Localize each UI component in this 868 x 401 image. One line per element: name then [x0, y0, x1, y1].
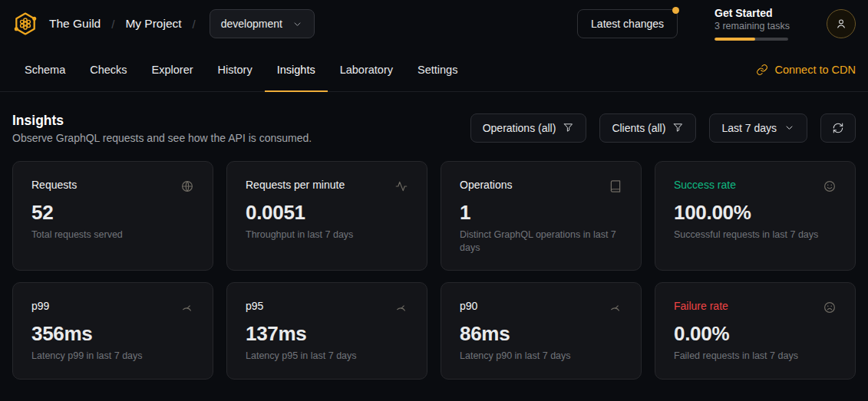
stat-card-operations: Operations 1 Distinct GraphQL operations… — [441, 161, 642, 271]
smile-icon — [823, 179, 837, 193]
latest-changes-label: Latest changes — [591, 18, 664, 30]
breadcrumb-separator: / — [111, 18, 114, 31]
target-selector[interactable]: development — [210, 9, 315, 38]
tab-insights[interactable]: Insights — [265, 48, 328, 91]
tab-label: Schema — [25, 64, 65, 76]
breadcrumb-org[interactable]: The Guild — [49, 17, 101, 31]
connect-to-cdn-label: Connect to CDN — [774, 64, 856, 76]
get-started-progress-track — [715, 38, 788, 41]
card-value: 0.00% — [674, 323, 837, 346]
card-subtitle: Latency p90 in last 7 days — [460, 350, 622, 363]
get-started-widget[interactable]: Get Started 3 remaining tasks — [715, 7, 790, 41]
card-title: Failure rate — [674, 300, 728, 312]
link-icon — [756, 64, 768, 76]
tab-checks[interactable]: Checks — [78, 48, 139, 91]
page-header-row: Insights Observe GraphQL requests and se… — [12, 112, 856, 144]
card-title: Operations — [460, 179, 512, 191]
insights-page: Insights Observe GraphQL requests and se… — [0, 92, 868, 380]
target-selector-value: development — [221, 18, 282, 30]
guild-hive-logo-icon[interactable] — [12, 11, 38, 37]
get-started-title: Get Started — [715, 7, 790, 21]
tab-label: Settings — [417, 64, 457, 76]
page-subtitle: Observe GraphQL requests and see how the… — [12, 132, 312, 144]
app-window: The Guild / My Project / development Lat… — [0, 0, 868, 401]
get-started-progress-fill — [715, 38, 755, 41]
card-subtitle: Failed requests in last 7 days — [674, 350, 837, 363]
clients-filter-label: Clients (all) — [612, 122, 665, 134]
card-title: Success rate — [674, 179, 736, 191]
stat-card-failure-rate: Failure rate 0.00% Failed requests in la… — [655, 282, 856, 380]
user-avatar-button[interactable] — [827, 9, 856, 38]
card-title: p99 — [31, 300, 49, 312]
card-value: 356ms — [31, 323, 194, 346]
operations-filter-button[interactable]: Operations (all) — [470, 113, 587, 143]
card-value: 100.00% — [674, 202, 837, 225]
stat-card-p95: p95 137ms Latency p95 in last 7 days — [226, 282, 427, 380]
card-subtitle: Total requests served — [31, 228, 194, 242]
filters-toolbar: Operations (all) Clients (all) Last 7 da… — [470, 113, 856, 143]
notification-dot — [672, 7, 679, 14]
refresh-button[interactable] — [820, 113, 856, 143]
frown-icon — [823, 301, 837, 314]
top-header: The Guild / My Project / development Lat… — [0, 0, 868, 48]
card-value: 52 — [31, 202, 194, 225]
period-select-button[interactable]: Last 7 days — [709, 113, 807, 143]
tab-label: History — [218, 64, 252, 76]
stat-card-success-rate: Success rate 100.00% Successful requests… — [655, 161, 856, 271]
card-title: Requests per minute — [246, 179, 345, 191]
card-subtitle: Distinct GraphQL operations in last 7 da… — [460, 228, 622, 255]
period-select-label: Last 7 days — [721, 122, 777, 134]
activity-icon — [394, 179, 408, 193]
card-value: 0.0051 — [246, 202, 408, 225]
user-icon — [835, 18, 847, 30]
stat-card-requests-per-minute: Requests per minute 0.0051 Throughput in… — [226, 161, 427, 271]
tab-history[interactable]: History — [206, 48, 265, 91]
clients-filter-button[interactable]: Clients (all) — [599, 113, 696, 143]
book-icon — [609, 179, 622, 193]
filter-icon — [672, 122, 684, 133]
project-nav: Schema Checks Explorer History Insights … — [0, 48, 868, 92]
chevron-down-icon — [292, 18, 303, 30]
breadcrumb: The Guild / My Project / development — [12, 9, 315, 38]
page-title: Insights — [12, 112, 312, 130]
card-subtitle: Latency p99 in last 7 days — [31, 350, 194, 363]
card-value: 137ms — [246, 323, 408, 346]
refresh-icon — [832, 122, 844, 134]
connect-to-cdn-button[interactable]: Connect to CDN — [756, 48, 856, 91]
chevron-down-icon — [784, 122, 795, 133]
gauge-icon — [609, 301, 622, 314]
gauge-icon — [394, 301, 408, 314]
breadcrumb-separator: / — [193, 18, 196, 31]
card-title: Requests — [31, 179, 77, 191]
stat-card-p99: p99 356ms Latency p99 in last 7 days — [12, 282, 213, 380]
globe-icon — [180, 179, 194, 193]
card-value: 1 — [460, 202, 622, 225]
tab-explorer[interactable]: Explorer — [140, 48, 206, 91]
tab-schema[interactable]: Schema — [12, 48, 78, 91]
tab-laboratory[interactable]: Laboratory — [328, 48, 405, 91]
card-value: 86ms — [460, 323, 622, 346]
page-heading-block: Insights Observe GraphQL requests and se… — [12, 112, 312, 144]
tab-label: Laboratory — [340, 64, 393, 76]
tab-label: Explorer — [152, 64, 193, 76]
latest-changes-button[interactable]: Latest changes — [577, 9, 678, 38]
card-subtitle: Throughput in last 7 days — [246, 228, 408, 242]
stat-card-requests: Requests 52 Total requests served — [12, 161, 213, 271]
card-subtitle: Successful requests in last 7 days — [674, 228, 837, 242]
card-title: p95 — [246, 300, 263, 312]
tab-settings[interactable]: Settings — [405, 48, 470, 91]
header-actions: Latest changes Get Started 3 remaining t… — [577, 7, 856, 41]
card-subtitle: Latency p95 in last 7 days — [246, 350, 408, 363]
nav-tabs: Schema Checks Explorer History Insights … — [12, 48, 470, 91]
filter-icon — [563, 122, 574, 133]
tab-label: Checks — [90, 64, 127, 76]
card-title: p90 — [460, 300, 477, 312]
get-started-subtitle: 3 remaining tasks — [715, 20, 790, 33]
operations-filter-label: Operations (all) — [483, 122, 556, 134]
breadcrumb-project[interactable]: My Project — [125, 17, 181, 31]
tab-label: Insights — [277, 64, 315, 76]
stat-card-p90: p90 86ms Latency p90 in last 7 days — [441, 282, 642, 380]
stats-grid: Requests 52 Total requests served Reques… — [12, 161, 856, 380]
gauge-icon — [180, 301, 194, 314]
